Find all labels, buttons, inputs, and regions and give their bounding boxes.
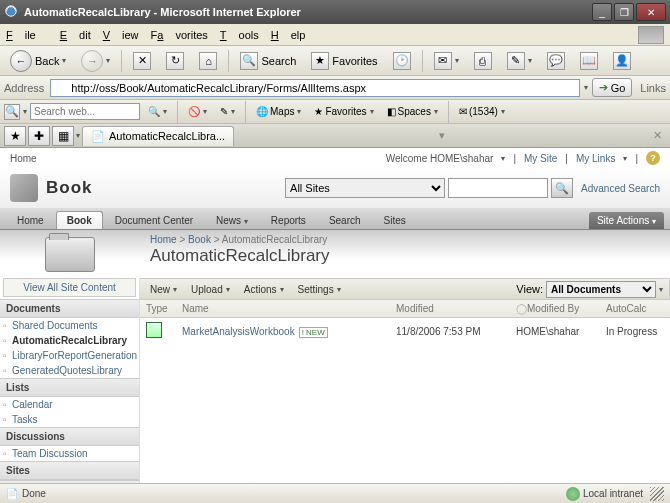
resize-grip[interactable] <box>650 487 664 501</box>
stop-button[interactable]: ✕ <box>127 49 157 73</box>
mylinks-link[interactable]: My Links <box>576 153 615 164</box>
view-all-site-content[interactable]: View All Site Content <box>3 278 136 297</box>
address-input[interactable] <box>50 79 579 97</box>
top-home-link[interactable]: Home <box>10 153 37 164</box>
view-dropdown-arrow[interactable]: ▾ <box>659 285 663 294</box>
nav-library-for-report-generation[interactable]: LibraryForReportGeneration <box>0 348 139 363</box>
search-scope-select[interactable]: All Sites <box>285 178 445 198</box>
favorites-button[interactable]: ★Favorites <box>305 49 383 73</box>
forward-button[interactable]: → ▾ <box>75 47 116 75</box>
tab-reports[interactable]: Reports <box>260 211 317 229</box>
nav-calendar[interactable]: Calendar <box>0 397 139 412</box>
table-row[interactable]: MarketAnalysisWorkbook! NEW 11/8/2006 7:… <box>140 318 670 345</box>
close-button[interactable]: ✕ <box>636 3 666 21</box>
block-popup-button[interactable]: 🚫▾ <box>183 105 212 118</box>
research-button[interactable]: 📖 <box>574 49 604 73</box>
help-icon[interactable]: ? <box>646 151 660 165</box>
address-dropdown[interactable]: ▾ <box>584 83 588 92</box>
links-label[interactable]: Links <box>640 82 666 94</box>
search-web-input[interactable] <box>30 103 140 120</box>
tab-book[interactable]: Book <box>56 211 103 229</box>
go-button[interactable]: ➔ Go <box>592 78 633 97</box>
spaces-button[interactable]: ◧Spaces▾ <box>382 105 443 118</box>
nav-automatic-recalc-library[interactable]: AutomaticRecalcLibrary <box>0 333 139 348</box>
col-type[interactable]: Type <box>140 300 176 318</box>
back-button[interactable]: ← Back ▾ <box>4 47 72 75</box>
search-go-button[interactable]: 🔍▾ <box>143 105 172 118</box>
site-search-button[interactable]: 🔍 <box>551 178 573 198</box>
new-button[interactable]: New▾ <box>146 282 181 297</box>
nav-generated-quotes-library[interactable]: GeneratedQuotesLibrary <box>0 363 139 378</box>
site-search-input[interactable] <box>448 178 548 198</box>
maximize-button[interactable]: ❐ <box>614 3 634 21</box>
close-tab-button[interactable]: ✕ <box>653 129 662 142</box>
breadcrumb-home[interactable]: Home <box>150 234 177 245</box>
nav-team-discussion[interactable]: Team Discussion <box>0 446 139 461</box>
col-name[interactable]: Name <box>176 300 390 318</box>
browser-tab[interactable]: 📄 AutomaticRecalcLibra... <box>82 126 234 146</box>
refresh-button[interactable]: ↻ <box>160 49 190 73</box>
tab-list-dropdown[interactable]: ▾ <box>439 129 445 142</box>
menu-help[interactable]: Help <box>271 29 306 41</box>
zone-icon <box>566 487 580 501</box>
messenger-button[interactable]: 👤 <box>607 49 637 73</box>
edit-button[interactable]: ✎▾ <box>501 49 538 73</box>
col-modified-by[interactable]: ◯Modified By <box>510 300 600 318</box>
discuss-button[interactable]: 💬 <box>541 49 571 73</box>
maps-button[interactable]: 🌐Maps▾ <box>251 105 306 118</box>
mylinks-dropdown[interactable]: ▾ <box>623 154 627 163</box>
tabs-dropdown[interactable]: ▾ <box>76 131 80 140</box>
add-favorite-button[interactable]: ✚ <box>28 126 50 146</box>
search-web-bar: 🔍 ▾ 🔍▾ 🚫▾ ✎▾ 🌐Maps▾ ★Favorites▾ ◧Spaces▾… <box>0 100 670 124</box>
menu-tools[interactable]: Tools <box>220 29 259 41</box>
sharepoint-topbar: Home Welcome HOME\shahar▾ | My Site | My… <box>0 148 670 168</box>
menu-favorites[interactable]: Favorites <box>151 29 208 41</box>
mail-button[interactable]: ✉▾ <box>428 49 465 73</box>
history-button[interactable]: 🕑 <box>387 49 417 73</box>
welcome-dropdown[interactable]: ▾ <box>501 154 505 163</box>
menu-view[interactable]: View <box>103 29 139 41</box>
nav-tasks[interactable]: Tasks <box>0 412 139 427</box>
home-button[interactable]: ⌂ <box>193 49 223 73</box>
actions-button[interactable]: Actions▾ <box>240 282 288 297</box>
view-select[interactable]: All Documents <box>546 281 656 298</box>
go-label: Go <box>611 82 626 94</box>
breadcrumb-book[interactable]: Book <box>188 234 211 245</box>
col-autocalc[interactable]: AutoCalc <box>600 300 670 318</box>
excel-file-icon <box>146 322 162 338</box>
file-name-link[interactable]: MarketAnalysisWorkbook <box>182 326 295 337</box>
cell-modified: 11/8/2006 7:53 PM <box>390 318 510 345</box>
menu-file[interactable]: File <box>6 29 48 41</box>
favorites-center-button[interactable]: ★ <box>4 126 26 146</box>
tab-news[interactable]: News ▾ <box>205 211 259 229</box>
nav-people-header: People and Groups <box>0 480 139 483</box>
tab-page-icon: 📄 <box>91 130 105 143</box>
mail-count-button[interactable]: ✉(1534)▾ <box>454 105 510 118</box>
body-row: View All Site Content Documents Shared D… <box>0 278 670 483</box>
mysite-link[interactable]: My Site <box>524 153 557 164</box>
print-button[interactable]: ⎙ <box>468 49 498 73</box>
tab-home[interactable]: Home <box>6 211 55 229</box>
quick-tabs-button[interactable]: ▦ <box>52 126 74 146</box>
content-header: Home > Book > AutomaticRecalcLibrary Aut… <box>0 230 670 278</box>
favorites-web-button[interactable]: ★Favorites▾ <box>309 105 378 118</box>
search-label: Search <box>261 55 296 67</box>
col-modified[interactable]: Modified <box>390 300 510 318</box>
tab-search[interactable]: Search <box>318 211 372 229</box>
search-web-icon[interactable]: 🔍 <box>4 104 20 120</box>
search-engine-dropdown[interactable]: ▾ <box>23 107 27 116</box>
site-actions-button[interactable]: Site Actions ▾ <box>589 212 664 229</box>
tab-sites[interactable]: Sites <box>373 211 417 229</box>
upload-button[interactable]: Upload▾ <box>187 282 234 297</box>
site-logo <box>10 174 38 202</box>
stop-icon: ✕ <box>133 52 151 70</box>
messenger-icon: 👤 <box>613 52 631 70</box>
menu-edit[interactable]: Edit <box>60 29 91 41</box>
search-button[interactable]: 🔍Search <box>234 49 302 73</box>
minimize-button[interactable]: _ <box>592 3 612 21</box>
settings-button[interactable]: Settings▾ <box>294 282 345 297</box>
nav-shared-documents[interactable]: Shared Documents <box>0 318 139 333</box>
highlight-button[interactable]: ✎▾ <box>215 105 240 118</box>
advanced-search-link[interactable]: Advanced Search <box>581 183 660 194</box>
tab-document-center[interactable]: Document Center <box>104 211 204 229</box>
